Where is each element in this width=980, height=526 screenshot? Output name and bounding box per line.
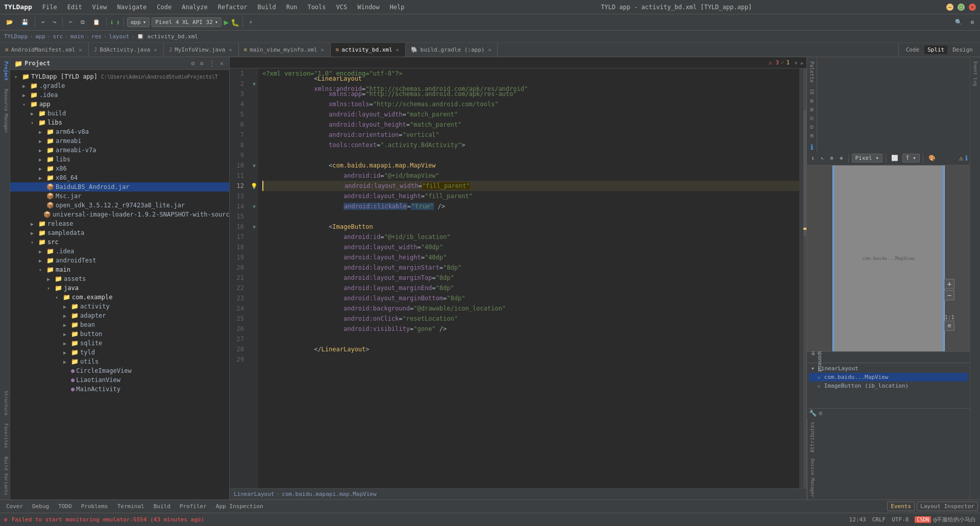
zoom-out-button[interactable]: − xyxy=(944,290,954,300)
project-panel-icon[interactable]: Project xyxy=(0,57,10,85)
palette-label[interactable]: Palette xyxy=(808,57,816,87)
tab-myinfo[interactable]: J MyInfoView.java ✕ xyxy=(164,43,239,57)
events-button[interactable]: Events xyxy=(887,501,915,511)
tree-item-src[interactable]: ▾ 📁 src xyxy=(10,237,229,247)
toolbar-save-btn[interactable]: 💾 xyxy=(18,18,32,27)
menu-file[interactable]: File xyxy=(40,3,59,12)
tab-mainview[interactable]: ≋ main_view_myinfo.xml ✕ xyxy=(239,43,331,57)
resource-manager-icon[interactable]: Resource Manager xyxy=(0,85,10,137)
tab-close-manifest[interactable]: ✕ xyxy=(78,46,83,53)
btab-appinspection[interactable]: App Inspection xyxy=(212,501,267,512)
comp-tree-row-linearlayout[interactable]: ▾ LinearLayout xyxy=(809,364,968,373)
tree-item-armeabi[interactable]: ▶ 📁 armeabi xyxy=(10,136,229,146)
device-manager-label[interactable]: Device Manager xyxy=(808,457,817,499)
tree-item-libs[interactable]: ▾ 📁 libs xyxy=(10,118,229,127)
code-lines[interactable]: <?xml version="1.0" encoding="utf-8"?> <… xyxy=(258,68,799,488)
menu-code[interactable]: Code xyxy=(155,3,174,12)
status-crlf[interactable]: CRLF xyxy=(872,516,886,523)
tab-build[interactable]: 🐘 build.gradle (:app) ✕ xyxy=(406,43,498,57)
design-api-dropdown[interactable]: T ▾ xyxy=(902,154,920,162)
view-code-tab[interactable]: Code xyxy=(903,45,923,54)
btab-cover[interactable]: Cover xyxy=(2,501,27,512)
design-info-icon[interactable]: ℹ xyxy=(965,154,968,162)
tab-activitybd[interactable]: ≋ activity_bd.xml ✕ xyxy=(331,43,406,57)
panel-close-btn[interactable]: ✕ xyxy=(218,59,225,67)
tab-close-mainview[interactable]: ✕ xyxy=(320,46,325,53)
run-button[interactable]: ▶ xyxy=(224,17,229,27)
tab-bdactivity[interactable]: J BdActivity.java ✕ xyxy=(89,43,164,57)
palette-icon-5[interactable]: ⊟ xyxy=(810,124,814,130)
menu-analyze[interactable]: Analyze xyxy=(180,3,210,12)
tree-item-gradle-hidden[interactable]: ▶ 📁 .gradle xyxy=(10,81,229,90)
design-portrait-btn[interactable]: ⬜ xyxy=(889,154,900,162)
tree-item-baidulbs[interactable]: ▶ 📦 BaiduLBS_Android.jar xyxy=(10,182,229,192)
tab-close-build[interactable]: ✕ xyxy=(487,46,492,53)
fold-marker-10[interactable]: ▼ xyxy=(253,163,256,169)
toolbar-paste-btn[interactable]: 📋 xyxy=(90,18,103,27)
design-warning-icon[interactable]: ⚠ xyxy=(959,154,963,162)
menu-run[interactable]: Run xyxy=(284,3,300,12)
fold-marker-14[interactable]: ▼ xyxy=(253,204,256,209)
menu-edit[interactable]: Edit xyxy=(65,3,84,12)
vcs-update-btn[interactable]: ⬇ xyxy=(110,18,114,27)
toolbar-cut-btn[interactable]: ✂ xyxy=(66,18,76,27)
debug-button[interactable]: 🐛 xyxy=(231,18,239,27)
tree-item-idea[interactable]: ▶ 📁 .idea xyxy=(10,90,229,100)
build-variants-icon[interactable]: Build Variants xyxy=(0,452,10,499)
breadcrumb-src[interactable]: src xyxy=(53,33,63,40)
breadcrumb-layout[interactable]: layout xyxy=(109,33,130,40)
close-button[interactable]: ✕ xyxy=(969,4,976,11)
toolbar-open-btn[interactable]: 📂 xyxy=(3,18,16,27)
tree-item-release[interactable]: ▶ 📁 release xyxy=(10,219,229,228)
tree-item-build-folder[interactable]: ▶ 📁 build xyxy=(10,109,229,118)
tree-item-bean[interactable]: ▶ 📁 bean xyxy=(10,320,229,329)
btab-profiler[interactable]: Profiler xyxy=(176,501,211,512)
tree-item-arm64[interactable]: ▶ 📁 arm64-v8a xyxy=(10,127,229,136)
tab-androidmanifest[interactable]: ≋ AndroidManifest.xml ✕ xyxy=(0,43,89,57)
menu-tools[interactable]: Tools xyxy=(305,3,328,12)
vcs-commit-btn[interactable]: ⬆ xyxy=(116,18,120,27)
code-scrollbar[interactable] xyxy=(799,68,806,488)
design-zoom-btn[interactable]: ⊕ xyxy=(828,154,836,162)
comp-tree-icon-2[interactable]: ⚙ xyxy=(819,410,822,417)
design-select-btn[interactable]: ↖ xyxy=(819,154,826,162)
tree-item-adapter[interactable]: ▶ 📁 adapter xyxy=(10,311,229,320)
panel-sync-btn[interactable]: ⚙ xyxy=(189,59,196,67)
maximize-button[interactable]: □ xyxy=(958,4,965,11)
breadcrumb-main[interactable]: main xyxy=(70,33,84,40)
design-pan-btn[interactable]: ✥ xyxy=(838,154,845,162)
palette-info-icon[interactable]: ℹ xyxy=(811,143,813,151)
tree-item-x86[interactable]: ▶ 📁 x86 xyxy=(10,164,229,173)
favorites-icon[interactable]: Favorites xyxy=(0,419,10,452)
menu-view[interactable]: View xyxy=(90,3,109,12)
palette-icon-4[interactable]: ⊡ xyxy=(810,115,814,122)
tree-item-liaotianview[interactable]: ▶ ● LiaotianView xyxy=(10,375,229,385)
csdn-button[interactable]: CSDN @不服给的小马白 xyxy=(915,516,976,523)
toolbar-redo-btn[interactable]: ↪ xyxy=(50,18,60,27)
eb-mapview[interactable]: com.baidu.mapapi.map.MapView xyxy=(282,491,376,497)
menu-window[interactable]: Window xyxy=(355,3,381,12)
palette-icon-3[interactable]: ⊠ xyxy=(810,106,814,113)
palette-icon-2[interactable]: ⊞ xyxy=(810,98,814,104)
tree-item-androidtest[interactable]: ▶ 📁 androidTest xyxy=(10,256,229,265)
btab-todo[interactable]: TODO xyxy=(54,501,76,512)
tree-item-sqlite[interactable]: ▶ 📁 sqlite xyxy=(10,339,229,348)
app-module-dropdown[interactable]: app ▾ xyxy=(127,17,150,27)
tab-close-activitybd[interactable]: ✕ xyxy=(395,46,400,53)
toolbar-profile-btn[interactable]: ⚡ xyxy=(246,18,256,27)
tree-item-msc[interactable]: ▶ 📦 Msc.jar xyxy=(10,192,229,201)
menu-build[interactable]: Build xyxy=(256,3,278,12)
btab-build[interactable]: Build xyxy=(150,501,175,512)
minimize-button[interactable]: — xyxy=(946,4,953,11)
tree-item-mainactivity[interactable]: ▶ ● MainActivity xyxy=(10,385,229,394)
tree-item-main[interactable]: ▾ 📁 main xyxy=(10,265,229,274)
menu-help[interactable]: Help xyxy=(388,3,407,12)
tree-item-tyld[interactable]: ▶ 📁 tyld xyxy=(10,348,229,357)
device-dropdown[interactable]: Pixel 4 XL API 32 ▾ xyxy=(152,17,222,27)
comp-tree-icon-1[interactable]: 🔧 xyxy=(809,410,817,417)
toolbar-undo-btn[interactable]: ↩ xyxy=(38,18,48,27)
tree-item-button[interactable]: ▶ 📁 button xyxy=(10,329,229,339)
design-move-btn[interactable]: ↕ xyxy=(809,154,817,162)
attributes-label[interactable]: Attributes xyxy=(808,418,816,457)
panel-gear-btn[interactable]: ⋮ xyxy=(207,59,216,67)
